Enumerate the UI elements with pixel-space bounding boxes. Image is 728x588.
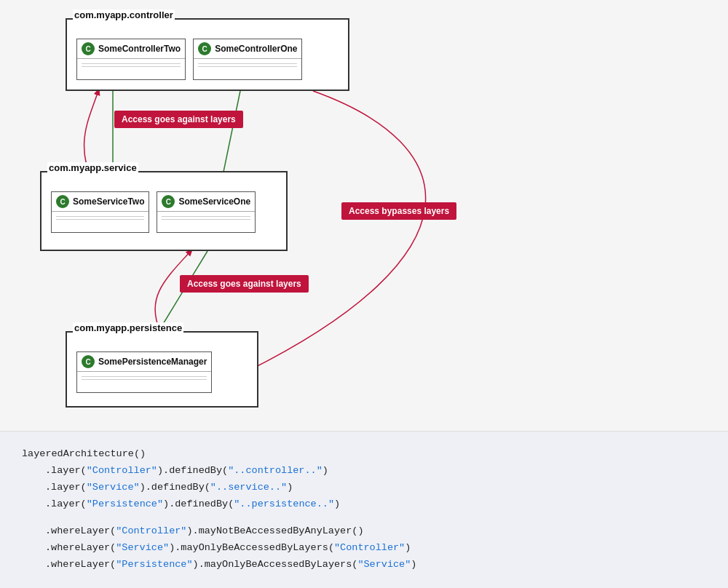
persistence-package-label: com.myapp.persistence (73, 322, 183, 333)
main-container: com.myapp.controller C SomeControllerTwo… (0, 0, 728, 588)
controller-package-label: com.myapp.controller (73, 9, 175, 20)
code-line-7: .whereLayer("Persistence").mayOnlyBeAcce… (22, 557, 706, 573)
code-line-3: .layer("Service").definedBy("..service..… (22, 480, 706, 496)
some-service-one-box: C SomeServiceOne (157, 191, 256, 233)
class-name-sone: SomeServiceOne (178, 196, 250, 207)
class-name-pm: SomePersistenceManager (98, 357, 207, 367)
diagram-area: com.myapp.controller C SomeControllerTwo… (0, 0, 728, 431)
some-service-two-box: C SomeServiceTwo (51, 191, 149, 233)
violation-bypass-label: Access bypasses layers (341, 202, 456, 220)
service-package: com.myapp.service C SomeServiceTwo C (40, 171, 288, 251)
violation-label-2: Access goes against layers (180, 275, 309, 293)
code-area: layeredArchitecture() .layer("Controller… (0, 431, 728, 588)
class-icon-sone: C (162, 195, 175, 208)
some-controller-two-box: C SomeControllerTwo (76, 39, 186, 80)
code-line-1: layeredArchitecture() (22, 446, 706, 463)
some-controller-one-box: C SomeControllerOne (193, 39, 302, 80)
some-persistence-box: C SomePersistenceManager (76, 351, 212, 393)
code-line-2: .layer("Controller").definedBy("..contro… (22, 463, 706, 480)
controller-package: com.myapp.controller C SomeControllerTwo… (66, 18, 349, 91)
class-icon-pm: C (82, 355, 95, 368)
class-name-cone: SomeControllerOne (215, 44, 297, 54)
class-name-stwo: SomeServiceTwo (73, 196, 144, 207)
class-icon-ctwo: C (82, 42, 95, 55)
class-name-ctwo: SomeControllerTwo (98, 44, 181, 54)
code-line-6: .whereLayer("Service").mayOnlyBeAccessed… (22, 540, 706, 557)
code-line-4: .layer("Persistence").definedBy("..persi… (22, 496, 706, 513)
persistence-package: com.myapp.persistence C SomePersistenceM… (66, 331, 258, 408)
class-icon-stwo: C (56, 195, 69, 208)
code-line-5: .whereLayer("Controller").mayNotBeAccess… (22, 523, 706, 540)
service-package-label: com.myapp.service (47, 162, 138, 173)
violation-label-1: Access goes against layers (114, 111, 243, 128)
class-icon-cone: C (198, 42, 211, 55)
